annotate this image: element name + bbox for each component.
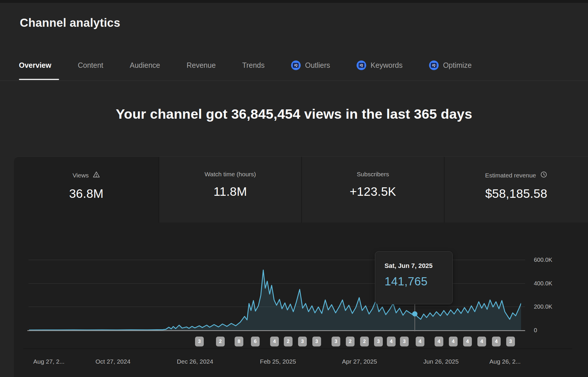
upload-count-badge[interactable]: 3 <box>195 337 204 346</box>
y-axis-tick-label: 200.0K <box>534 303 575 310</box>
metric-card-row: Views36.8MWatch time (hours)11.8MSubscri… <box>14 157 588 223</box>
x-axis-tick-label: Jun 26, 2025 <box>423 358 458 365</box>
metric-label: Views <box>72 171 100 180</box>
chart-tooltip: Sat, Jun 7, 2025 141,765 <box>375 251 453 304</box>
upload-count-badge[interactable]: 4 <box>449 337 458 346</box>
metric-label-text: Subscribers <box>357 171 389 178</box>
tab-keywords[interactable]: iQKeywords <box>357 61 403 70</box>
upload-count-badge[interactable]: 3 <box>506 337 515 346</box>
metric-label-text: Estimated revenue <box>485 172 536 179</box>
upload-count-badge[interactable]: 4 <box>270 337 279 346</box>
upload-count-badge[interactable]: 2 <box>216 337 225 346</box>
metric-value: $58,185.58 <box>485 187 547 201</box>
vidiq-icon: iQ <box>291 61 301 70</box>
tab-trends[interactable]: Trends <box>242 61 265 70</box>
tooltip-value: 141,765 <box>385 275 444 288</box>
upload-count-badge[interactable]: 4 <box>416 337 424 346</box>
tab-label: Content <box>78 61 103 70</box>
upload-count-badge[interactable]: 3 <box>374 337 383 346</box>
page-title: Channel analytics <box>20 16 120 29</box>
hover-data-point[interactable] <box>412 311 417 316</box>
metric-label: Watch time (hours) <box>205 171 256 178</box>
y-axis-tick-label: 0 <box>534 327 575 334</box>
tab-revenue[interactable]: Revenue <box>187 61 216 70</box>
active-tab-underline <box>19 79 59 80</box>
upload-count-badge[interactable]: 4 <box>463 337 472 346</box>
upload-count-badge[interactable]: 2 <box>360 337 369 346</box>
metric-value: 36.8M <box>69 187 103 201</box>
tab-label: Audience <box>130 61 160 70</box>
x-axis-tick-label: Feb 25, 2025 <box>260 358 296 365</box>
upload-count-badge[interactable]: 3 <box>312 337 321 346</box>
metric-card-subscribers[interactable]: Subscribers+123.5K <box>301 157 444 223</box>
vidiq-icon-glyph: iQ <box>431 63 437 68</box>
warning-icon <box>93 171 100 180</box>
x-axis-tick-label: Apr 27, 2025 <box>342 358 377 365</box>
metric-value: +123.5K <box>350 185 396 199</box>
badge-row-divider <box>23 348 572 349</box>
tab-label: Optimize <box>443 61 472 70</box>
upload-count-badge[interactable]: 3 <box>298 337 307 346</box>
tooltip-date: Sat, Jun 7, 2025 <box>385 262 444 270</box>
x-axis-tick-label: Dec 26, 2024 <box>177 358 213 365</box>
tab-outliers[interactable]: iQOutliers <box>291 61 330 70</box>
metric-card-watch-time-hours[interactable]: Watch time (hours)11.8M <box>159 157 301 223</box>
y-axis-tick-label: 400.0K <box>534 280 575 287</box>
tab-label: Overview <box>19 61 51 70</box>
metric-card-views[interactable]: Views36.8M <box>14 157 159 223</box>
analytics-card: Views36.8MWatch time (hours)11.8MSubscri… <box>14 157 588 377</box>
vidiq-icon: iQ <box>429 61 439 70</box>
tab-optimize[interactable]: iQOptimize <box>429 61 472 70</box>
tab-content[interactable]: Content <box>78 61 103 70</box>
tab-label: Keywords <box>371 61 403 70</box>
analytics-tab-bar: OverviewContentAudienceRevenueTrendsiQOu… <box>19 57 472 73</box>
vidiq-icon: iQ <box>357 61 366 70</box>
upload-count-badge[interactable]: 4 <box>435 337 443 346</box>
x-axis-tick-label: Aug 27, 2... <box>33 358 64 365</box>
tab-overview[interactable]: Overview <box>19 61 51 70</box>
metric-label-text: Views <box>72 172 89 179</box>
metric-label: Estimated revenue <box>485 171 547 180</box>
metric-label-text: Watch time (hours) <box>205 171 256 178</box>
clock-icon <box>540 171 548 180</box>
metric-value: 11.8M <box>213 185 247 199</box>
upload-count-badge[interactable]: 3 <box>332 337 340 346</box>
tab-bar-divider <box>0 81 588 81</box>
upload-count-badge[interactable]: 4 <box>477 337 486 346</box>
upload-count-badge[interactable]: 3 <box>400 337 409 346</box>
vidiq-icon-glyph: iQ <box>293 63 299 68</box>
x-axis-tick-label: Aug 26, 2... <box>489 358 520 365</box>
tab-label: Trends <box>242 61 265 70</box>
x-axis-tick-label: Oct 27, 2024 <box>95 358 130 365</box>
chart-x-axis-line <box>27 330 525 331</box>
vidiq-icon-glyph: iQ <box>359 63 364 68</box>
tab-audience[interactable]: Audience <box>130 61 160 70</box>
metric-card-estimated-revenue[interactable]: Estimated revenue$58,185.58 <box>444 157 588 223</box>
views-summary-headline: Your channel got 36,845,454 views in the… <box>0 106 588 122</box>
top-strip <box>0 0 588 3</box>
upload-count-badge[interactable]: 6 <box>251 337 260 346</box>
upload-count-badge[interactable]: 8 <box>235 337 243 346</box>
upload-count-badge[interactable]: 4 <box>492 337 501 346</box>
upload-count-badge[interactable]: 2 <box>284 337 293 346</box>
upload-count-badge[interactable]: 4 <box>387 337 396 346</box>
upload-count-badge[interactable]: 2 <box>346 337 355 346</box>
tab-label: Revenue <box>187 61 216 70</box>
metric-label: Subscribers <box>357 171 389 178</box>
tab-label: Outliers <box>305 61 330 70</box>
y-axis-tick-label: 600.0K <box>534 257 575 263</box>
